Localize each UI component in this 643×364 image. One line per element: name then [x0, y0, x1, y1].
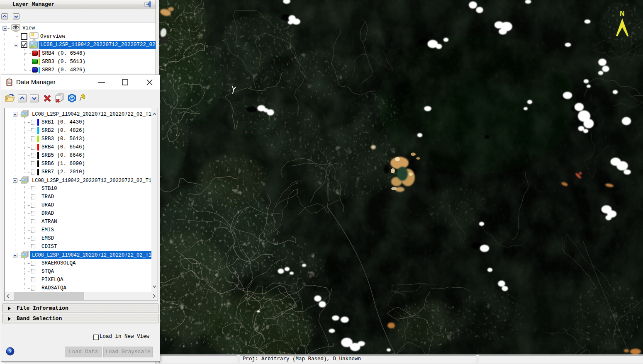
svg-text:N: N [620, 10, 625, 17]
svg-text:?: ? [9, 349, 12, 354]
